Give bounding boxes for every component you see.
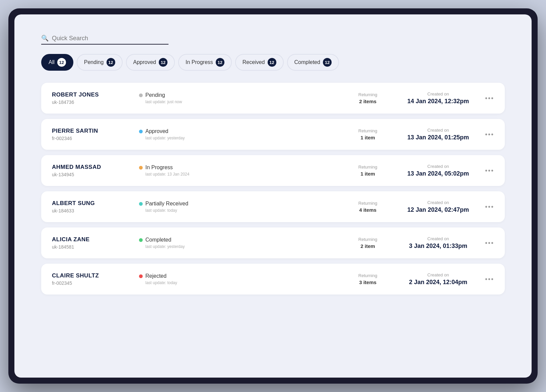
created-date: 13 Jan 2024, 05:02pm bbox=[401, 170, 475, 177]
status-update: last update: today bbox=[145, 280, 219, 285]
list-item: ALICIA ZANE uk-184581 Completed last upd… bbox=[41, 227, 505, 258]
status-row: Completed bbox=[139, 237, 219, 243]
card-created-section: Created on 2 Jan 2024, 12:04pm bbox=[401, 272, 475, 286]
created-label: Created on bbox=[401, 164, 475, 169]
filter-label: Approved bbox=[133, 59, 156, 65]
filter-badge: 12 bbox=[159, 58, 167, 67]
returning-value: 4 items bbox=[348, 207, 388, 213]
returning-label: Returning bbox=[348, 165, 388, 170]
filter-tab-approved[interactable]: Approved 12 bbox=[126, 54, 175, 71]
card-created-section: Created on 3 Jan 2024, 01:33pm bbox=[401, 236, 475, 250]
card-menu-button[interactable]: ••• bbox=[485, 275, 494, 283]
created-label: Created on bbox=[401, 91, 475, 96]
card-menu-button[interactable]: ••• bbox=[485, 94, 494, 102]
record-name: CLAIRE SHULTZ bbox=[52, 272, 126, 279]
card-name-section: ROBERT JONES uk-184736 bbox=[52, 91, 126, 105]
status-label: Partially Received bbox=[145, 201, 188, 207]
created-date: 13 Jan 2024, 01:25pm bbox=[401, 134, 475, 141]
status-row: Pending bbox=[139, 92, 219, 98]
filter-badge: 12 bbox=[216, 58, 224, 67]
status-label: Completed bbox=[145, 237, 171, 243]
card-status-section: Rejected last update: today bbox=[139, 273, 219, 285]
record-name: ALBERT SUNG bbox=[52, 200, 126, 207]
returning-value: 3 items bbox=[348, 279, 388, 285]
list-item: ALBERT SUNG uk-184633 Partially Received… bbox=[41, 191, 505, 222]
created-label: Created on bbox=[401, 236, 475, 241]
card-created-section: Created on 14 Jan 2024, 12:32pm bbox=[401, 91, 475, 105]
card-status-section: Pending last update: just now bbox=[139, 92, 219, 104]
search-input[interactable] bbox=[52, 35, 168, 42]
status-row: Rejected bbox=[139, 273, 219, 279]
filter-badge: 12 bbox=[323, 58, 332, 67]
created-label: Created on bbox=[401, 200, 475, 205]
filter-tab-all[interactable]: All 12 bbox=[41, 54, 73, 71]
card-returning-section: Returning 1 item bbox=[348, 128, 388, 140]
status-label: Rejected bbox=[145, 273, 166, 279]
status-dot bbox=[139, 166, 143, 170]
card-name-section: CLAIRE SHULTZ fr-002345 bbox=[52, 272, 126, 286]
status-update: last update: yesterday bbox=[145, 136, 219, 140]
created-date: 14 Jan 2024, 12:32pm bbox=[401, 98, 475, 105]
status-label: Approved bbox=[145, 128, 168, 134]
filter-label: Pending bbox=[84, 59, 104, 65]
filter-badge: 12 bbox=[268, 58, 276, 67]
filter-tab-received[interactable]: Received 12 bbox=[235, 54, 284, 71]
created-label: Created on bbox=[401, 128, 475, 133]
returning-value: 2 item bbox=[348, 243, 388, 249]
list-item: CLAIRE SHULTZ fr-002345 Rejected last up… bbox=[41, 264, 505, 295]
card-returning-section: Returning 3 items bbox=[348, 273, 388, 285]
status-update: last update: today bbox=[145, 208, 219, 213]
returning-label: Returning bbox=[348, 201, 388, 206]
list-item: AHMED MASSAD uk-134945 In Progress last … bbox=[41, 155, 505, 186]
list-item: PIERRE SARTIN fr-002346 Approved last up… bbox=[41, 119, 505, 150]
status-label: Pending bbox=[145, 92, 165, 98]
returning-value: 1 item bbox=[348, 135, 388, 140]
status-label: In Progress bbox=[145, 165, 173, 171]
filter-tab-completed[interactable]: Completed 12 bbox=[287, 54, 339, 71]
returning-label: Returning bbox=[348, 273, 388, 278]
record-id: fr-002346 bbox=[52, 136, 126, 141]
filter-badge: 12 bbox=[57, 58, 66, 67]
record-id: uk-184736 bbox=[52, 100, 126, 105]
record-id: fr-002345 bbox=[52, 280, 126, 286]
card-name-section: AHMED MASSAD uk-134945 bbox=[52, 164, 126, 177]
returning-label: Returning bbox=[348, 237, 388, 242]
filter-label: In Progress bbox=[186, 59, 213, 65]
card-status-section: Completed last update: yesterday bbox=[139, 237, 219, 249]
status-update: last update: yesterday bbox=[145, 244, 219, 249]
filter-label: Completed bbox=[294, 59, 320, 65]
card-status-section: In Progress last update: 13 Jan 2024 bbox=[139, 165, 219, 177]
card-created-section: Created on 13 Jan 2024, 05:02pm bbox=[401, 164, 475, 177]
cards-list: ROBERT JONES uk-184736 Pending last upda… bbox=[41, 83, 505, 295]
status-dot bbox=[139, 238, 143, 242]
card-returning-section: Returning 2 items bbox=[348, 92, 388, 104]
card-returning-section: Returning 4 items bbox=[348, 201, 388, 213]
search-container: 🔍 bbox=[41, 35, 168, 45]
card-menu-button[interactable]: ••• bbox=[485, 203, 494, 211]
search-icon: 🔍 bbox=[41, 35, 49, 42]
card-name-section: PIERRE SARTIN fr-002346 bbox=[52, 128, 126, 141]
filter-tab-pending[interactable]: Pending 12 bbox=[77, 54, 123, 71]
device-frame: 🔍 All 12 Pending 12 Approved 12 In Progr… bbox=[8, 8, 538, 384]
record-id: uk-134945 bbox=[52, 172, 126, 177]
status-dot bbox=[139, 274, 143, 278]
card-menu-button[interactable]: ••• bbox=[485, 131, 494, 138]
record-name: AHMED MASSAD bbox=[52, 164, 126, 171]
card-name-section: ALICIA ZANE uk-184581 bbox=[52, 236, 126, 250]
record-id: uk-184633 bbox=[52, 208, 126, 213]
record-name: PIERRE SARTIN bbox=[52, 128, 126, 134]
returning-label: Returning bbox=[348, 128, 388, 133]
screen: 🔍 All 12 Pending 12 Approved 12 In Progr… bbox=[14, 14, 532, 378]
card-menu-button[interactable]: ••• bbox=[485, 167, 494, 175]
card-status-section: Partially Received last update: today bbox=[139, 201, 219, 213]
card-created-section: Created on 12 Jan 2024, 02:47pm bbox=[401, 200, 475, 213]
status-dot bbox=[139, 130, 143, 133]
record-name: ROBERT JONES bbox=[52, 91, 126, 98]
status-update: last update: just now bbox=[145, 100, 219, 104]
card-menu-button[interactable]: ••• bbox=[485, 239, 494, 247]
status-row: In Progress bbox=[139, 165, 219, 171]
status-row: Approved bbox=[139, 128, 219, 134]
card-returning-section: Returning 1 item bbox=[348, 165, 388, 177]
status-dot bbox=[139, 202, 143, 206]
filter-tab-in-progress[interactable]: In Progress 12 bbox=[178, 54, 232, 71]
